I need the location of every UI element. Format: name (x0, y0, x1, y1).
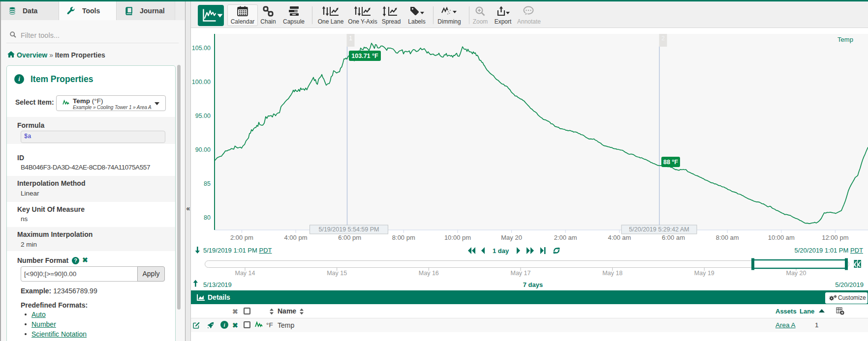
svg-text:5/20/2019: 5/20/2019 (835, 281, 864, 288)
svg-text:6:00 pm: 6:00 pm (338, 234, 361, 241)
svg-text:2:00 pm: 2:00 pm (230, 234, 253, 241)
svg-text:Temp: Temp (837, 36, 853, 43)
svg-text:5/19/2019 5:54:59 PM: 5/19/2019 5:54:59 PM (318, 226, 379, 233)
svg-text:105.00: 105.00 (192, 45, 211, 52)
svg-text:1 day: 1 day (493, 247, 509, 255)
svg-text:5/20/2019 5:29:42 AM: 5/20/2019 5:29:42 AM (629, 226, 689, 233)
svg-text:May 20: May 20 (786, 270, 806, 277)
svg-text:85: 85 (204, 180, 211, 187)
svg-text:May 14: May 14 (235, 270, 255, 277)
svg-text:2:00 am: 2:00 am (554, 234, 577, 241)
svg-text:100.00: 100.00 (192, 79, 211, 85)
svg-text:103.71 °F: 103.71 °F (351, 53, 378, 59)
svg-text:5/13/2019: 5/13/2019 (203, 281, 232, 288)
svg-text:May 19: May 19 (694, 270, 714, 277)
svg-text:4:00 pm: 4:00 pm (284, 234, 308, 241)
svg-text:90.00: 90.00 (195, 146, 211, 153)
svg-text:8:00 pm: 8:00 pm (392, 234, 415, 241)
svg-text:10:00 pm: 10:00 pm (444, 234, 471, 241)
svg-text:10:00 am: 10:00 am (768, 234, 795, 241)
svg-text:May 16: May 16 (419, 270, 439, 277)
svg-text:88 °F: 88 °F (663, 159, 678, 166)
svg-text:8:00 am: 8:00 am (716, 234, 739, 241)
svg-text:80: 80 (204, 214, 211, 221)
svg-text:May 15: May 15 (327, 270, 347, 277)
svg-text:6:00 am: 6:00 am (662, 234, 685, 241)
svg-text:12:00 pm: 12:00 pm (822, 234, 848, 241)
svg-text:May 18: May 18 (602, 270, 622, 277)
svg-text:7 days: 7 days (523, 281, 543, 288)
svg-text:May 17: May 17 (511, 270, 531, 277)
svg-text:4:00 am: 4:00 am (608, 234, 631, 241)
svg-text:May 20: May 20 (501, 234, 522, 241)
svg-text:95.00: 95.00 (195, 113, 211, 119)
svg-text:2: 2 (661, 35, 665, 42)
svg-text:1: 1 (349, 35, 352, 42)
